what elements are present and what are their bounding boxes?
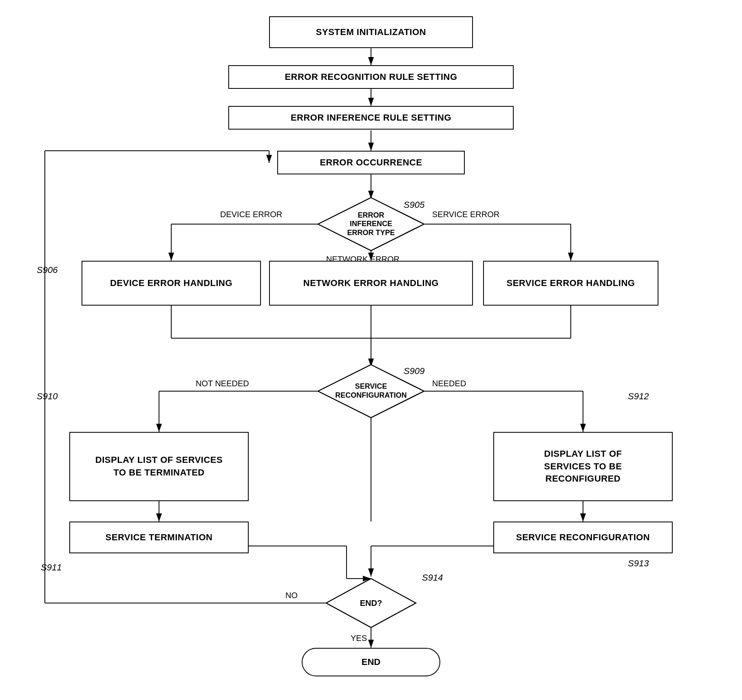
box-s902: ERROR RECOGNITION RULE SETTING xyxy=(228,65,514,89)
label-s910: S910 xyxy=(37,391,57,402)
flowchart-diagram: S901 S902 S903 S904 S905 S906 S907 S908 … xyxy=(0,0,742,700)
label-s906: S906 xyxy=(37,265,57,275)
yes-label: YES xyxy=(351,634,367,643)
box-s910: DISPLAY LIST OF SERVICES TO BE TERMINATE… xyxy=(69,432,249,501)
box-s904: ERROR OCCURRENCE xyxy=(277,151,465,174)
label-s914: S914 xyxy=(422,572,443,583)
box-s912: DISPLAY LIST OF SERVICES TO BE RECONFIGU… xyxy=(493,432,673,501)
label-s911: S911 xyxy=(41,562,62,573)
needed-label: NEEDED xyxy=(432,379,466,388)
label-s912: S912 xyxy=(628,391,649,402)
service-error-label: SERVICE ERROR xyxy=(432,210,499,219)
label-s905: S905 xyxy=(404,200,424,210)
box-s908: SERVICE ERROR HANDLING xyxy=(483,261,658,306)
device-error-label: DEVICE ERROR xyxy=(220,210,282,219)
box-s903: ERROR INFERENCE RULE SETTING xyxy=(228,106,514,130)
label-s909: S909 xyxy=(404,366,424,376)
no-label: NO xyxy=(285,591,298,600)
box-s907: NETWORK ERROR HANDLING xyxy=(269,261,473,306)
box-s913: SERVICE RECONFIGURATION xyxy=(493,522,673,553)
not-needed-label: NOT NEEDED xyxy=(196,379,249,388)
box-s915: END xyxy=(302,648,440,676)
svg-marker-30 xyxy=(326,579,416,627)
box-s911: SERVICE TERMINATION xyxy=(69,522,249,553)
label-s913: S913 xyxy=(628,558,649,569)
box-s901: SYSTEM INITIALIZATION xyxy=(269,16,473,48)
box-s906: DEVICE ERROR HANDLING xyxy=(82,261,261,306)
